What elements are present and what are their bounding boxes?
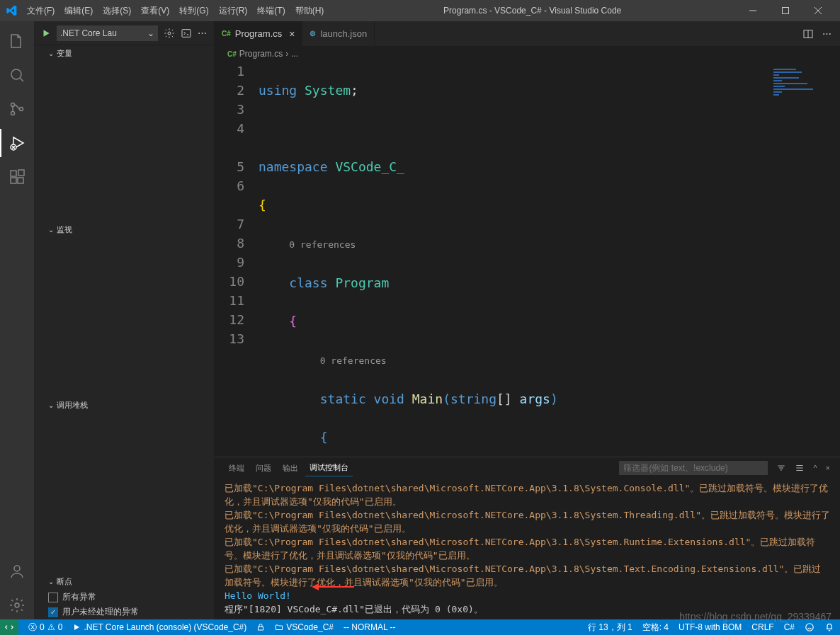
titlebar: 文件(F) 编辑(E) 选择(S) 查看(V) 转到(G) 运行(R) 终端(T… — [0, 0, 840, 21]
line-gutter: 1234 56 78910111213 — [215, 62, 259, 457]
debug-console-output[interactable]: 已加载"C:\Program Files\dotnet\shared\Micro… — [215, 479, 840, 619]
window-title: Program.cs - VSCode_C# - Visual Studio C… — [328, 6, 737, 16]
section-breakpoints[interactable]: 断点 — [34, 573, 214, 590]
svg-rect-17 — [182, 29, 191, 37]
breadcrumb[interactable]: C# Program.cs › ... — [215, 46, 840, 62]
remote-indicator[interactable] — [0, 619, 18, 635]
checkbox-icon[interactable] — [48, 593, 58, 602]
close-panel-icon[interactable]: × — [826, 464, 830, 472]
clear-console-icon[interactable] — [795, 463, 805, 473]
svg-rect-13 — [18, 170, 24, 176]
svg-rect-12 — [18, 178, 23, 183]
menu-run[interactable]: 运行(R) — [215, 2, 252, 20]
svg-point-14 — [14, 566, 20, 571]
status-lock-icon[interactable] — [256, 623, 265, 631]
svg-point-29 — [806, 624, 814, 631]
annotation-arrow — [312, 580, 354, 594]
section-callstack[interactable]: 调用堆栈 — [34, 397, 214, 413]
gear-icon[interactable] — [164, 28, 175, 39]
more-icon[interactable]: ⋯ — [198, 28, 207, 38]
svg-line-5 — [20, 78, 23, 81]
debug-sidebar: .NET Core Lau⌄ ⋯ 变量 监视 调用堆栈 断点 所有异常 ✓用户未… — [34, 21, 215, 619]
split-editor-icon[interactable] — [802, 28, 814, 40]
search-icon[interactable] — [0, 61, 34, 89]
console-line: 已加载"C:\Program Files\dotnet\shared\Micro… — [225, 535, 830, 562]
status-folder[interactable]: VSCode_C# — [275, 622, 334, 632]
status-debug-config[interactable]: .NET Core Launch (console) (VSCode_C#) — [72, 622, 246, 632]
checkbox-checked-icon[interactable]: ✓ — [48, 607, 58, 617]
settings-icon[interactable] — [0, 591, 34, 619]
menu-view[interactable]: 查看(V) — [137, 2, 174, 20]
account-icon[interactable] — [0, 557, 34, 585]
status-cursor-pos[interactable]: 行 13，列 1 — [588, 622, 632, 634]
more-actions-icon[interactable]: ⋯ — [822, 28, 832, 39]
minimap[interactable] — [773, 67, 830, 103]
svg-rect-28 — [259, 627, 263, 631]
vscode-logo-icon — [6, 5, 17, 16]
menu-file[interactable]: 文件(F) — [23, 2, 59, 20]
tab-label: launch.json — [320, 28, 367, 39]
status-vim-mode: -- NORMAL -- — [344, 622, 396, 632]
code-content[interactable]: using System; namespace VSCode_C_ { 0 re… — [259, 62, 840, 457]
start-debug-button[interactable] — [41, 28, 51, 38]
debug-config-select[interactable]: .NET Core Lau⌄ — [57, 25, 158, 41]
json-icon: ⚙ — [310, 30, 316, 38]
filter-icon[interactable] — [776, 463, 786, 473]
activity-bar — [0, 21, 34, 619]
menu-select[interactable]: 选择(S) — [98, 2, 135, 20]
panel-tab-output[interactable]: 输出 — [278, 460, 302, 476]
menu-edit[interactable]: 编辑(E) — [60, 2, 97, 20]
svg-rect-11 — [11, 178, 16, 183]
source-control-icon[interactable] — [0, 95, 34, 123]
status-bell-icon[interactable] — [824, 622, 834, 632]
status-feedback-icon[interactable] — [805, 622, 815, 632]
watermark: https://blog.csdn.net/qq_29339467 — [679, 611, 832, 619]
menu-go[interactable]: 转到(G) — [175, 2, 212, 20]
status-errors[interactable]: ⓧ 0 ⚠ 0 — [28, 622, 62, 634]
svg-point-6 — [11, 103, 15, 107]
svg-point-8 — [20, 108, 23, 111]
console-line: 已加载"C:\Program Files\dotnet\shared\Micro… — [225, 481, 830, 508]
tab-launch-json[interactable]: ⚙ launch.json — [302, 21, 375, 46]
bp-user-unhandled[interactable]: ✓用户未经处理的异常 — [34, 605, 214, 619]
editor-tabs: C# Program.cs × ⚙ launch.json ⋯ — [215, 21, 840, 46]
panel-tab-terminal[interactable]: 终端 — [225, 460, 249, 476]
menu-terminal[interactable]: 终端(T) — [253, 2, 289, 20]
panel-tab-problems[interactable]: 问题 — [251, 460, 276, 476]
csharp-icon: C# — [222, 30, 231, 38]
main-menu: 文件(F) 编辑(E) 选择(S) 查看(V) 转到(G) 运行(R) 终端(T… — [23, 2, 328, 20]
close-tab-icon[interactable]: × — [289, 28, 295, 40]
svg-point-16 — [168, 32, 171, 35]
extensions-icon[interactable] — [0, 163, 34, 191]
bp-all-exceptions[interactable]: 所有异常 — [34, 590, 214, 605]
svg-rect-1 — [783, 8, 789, 14]
svg-rect-10 — [11, 171, 16, 176]
section-variables[interactable]: 变量 — [34, 45, 214, 62]
menu-help[interactable]: 帮助(H) — [291, 2, 329, 20]
status-language[interactable]: C# — [784, 622, 795, 632]
close-button[interactable] — [802, 0, 834, 21]
svg-point-4 — [11, 69, 21, 79]
code-editor[interactable]: 1234 56 78910111213 using System; namesp… — [215, 62, 840, 457]
minimize-button[interactable] — [737, 0, 769, 21]
svg-point-15 — [15, 603, 19, 607]
maximize-button[interactable] — [769, 0, 802, 21]
console-icon[interactable] — [181, 28, 192, 39]
svg-marker-27 — [312, 583, 319, 590]
run-debug-icon[interactable] — [0, 129, 34, 157]
editor-area: C# Program.cs × ⚙ launch.json ⋯ C# Progr… — [215, 21, 840, 619]
status-encoding[interactable]: UTF-8 with BOM — [679, 622, 742, 632]
svg-point-7 — [11, 112, 15, 115]
status-eol[interactable]: CRLF — [751, 622, 773, 632]
console-line: 已加载"C:\Program Files\dotnet\shared\Micro… — [225, 508, 830, 535]
panel-tab-debugconsole[interactable]: 调试控制台 — [305, 459, 353, 476]
status-indent[interactable]: 空格: 4 — [642, 622, 669, 634]
filter-input[interactable] — [619, 461, 768, 475]
maximize-panel-icon[interactable]: ^ — [813, 464, 817, 472]
tab-program-cs[interactable]: C# Program.cs × — [215, 21, 302, 46]
csharp-icon: C# — [227, 50, 237, 58]
section-watch[interactable]: 监视 — [34, 222, 214, 238]
bottom-panel: 终端 问题 输出 调试控制台 ^ × 已加载"C:\Program Files\… — [215, 457, 840, 619]
tab-label: Program.cs — [235, 28, 282, 39]
explorer-icon[interactable] — [0, 27, 34, 55]
